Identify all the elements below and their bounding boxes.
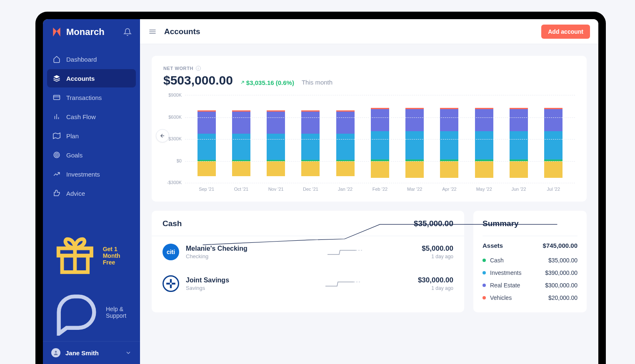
brand-name: Monarch xyxy=(66,27,105,37)
summary-value: $35,000.00 xyxy=(548,257,578,264)
brand[interactable]: Monarch xyxy=(51,27,105,37)
account-balance: $30,000.00 xyxy=(418,276,453,284)
cash-total: $35,000.00 xyxy=(414,219,453,228)
promo-label: Get 1 Month Free xyxy=(103,246,130,266)
summary-row: Cash$35,000.00 xyxy=(482,254,578,267)
account-updated: 1 day ago xyxy=(422,254,453,259)
account-balance: $5,000.00 xyxy=(422,244,453,253)
summary-label: Cash xyxy=(490,257,504,264)
x-tick: Jul '22 xyxy=(544,187,562,192)
nav-item-transactions[interactable]: Transactions xyxy=(47,88,136,107)
chart-plot xyxy=(185,95,575,182)
topbar: Accounts Add account xyxy=(140,19,598,44)
layers-icon xyxy=(53,75,60,82)
x-tick: Apr '22 xyxy=(440,187,458,192)
y-tick: $900K xyxy=(168,92,182,97)
monarch-logo-icon xyxy=(51,27,62,37)
legend-dot-icon xyxy=(482,284,486,287)
chase-logo-icon xyxy=(162,275,179,292)
legend-dot-icon xyxy=(482,259,486,262)
account-updated: 1 day ago xyxy=(418,285,453,291)
account-name: Joint Savings xyxy=(186,277,269,284)
cash-card: Cash $35,000.00 citiMelanie's CheckingCh… xyxy=(152,211,464,312)
nav-label: Cash Flow xyxy=(66,113,96,120)
summary-row: Vehicles$20,000.00 xyxy=(482,292,578,304)
gift-icon xyxy=(53,234,97,278)
summary-title: Summary xyxy=(482,219,578,236)
summary-row: Investments$390,000.00 xyxy=(482,267,578,279)
promo-link[interactable]: Get 1 Month Free xyxy=(47,228,136,283)
svg-rect-19 xyxy=(172,283,175,284)
nav-label: Plan xyxy=(66,132,79,140)
nav-item-plan[interactable]: Plan xyxy=(47,127,136,145)
nav-item-dashboard[interactable]: Dashboard xyxy=(47,50,136,68)
account-name: Melanie's Checking xyxy=(186,245,269,252)
trending-up-icon xyxy=(53,170,60,178)
nav-item-accounts[interactable]: Accounts xyxy=(47,69,136,87)
notifications-icon[interactable] xyxy=(123,28,132,36)
svg-rect-20 xyxy=(170,284,172,288)
svg-marker-5 xyxy=(53,133,60,139)
summary-label: Real Estate xyxy=(490,282,520,289)
net-worth-period: This month xyxy=(302,79,332,86)
nav-label: Dashboard xyxy=(66,56,97,63)
net-worth-label: NET WORTH i xyxy=(163,66,575,71)
svg-line-16 xyxy=(241,81,244,84)
x-tick: Oct '21 xyxy=(232,187,250,192)
net-worth-chart: $900K$600K$300K$0-$300K Sep '21Oct '21No… xyxy=(163,95,575,192)
nav-label: Investments xyxy=(66,171,100,178)
sparkline xyxy=(276,246,415,258)
sparkline xyxy=(276,277,411,290)
svg-point-12 xyxy=(55,351,57,353)
x-tick: Jan '22 xyxy=(336,187,355,192)
account-row[interactable]: citiMelanie's CheckingChecking$5,000.001… xyxy=(152,236,464,268)
assets-label: Assets xyxy=(482,242,503,249)
chat-icon xyxy=(53,289,100,336)
svg-rect-21 xyxy=(166,283,170,284)
user-name: Jane Smith xyxy=(65,349,99,357)
nav-label: Transactions xyxy=(66,94,102,101)
card-icon xyxy=(53,94,60,101)
summary-value: $20,000.00 xyxy=(548,294,578,301)
chevron-down-icon xyxy=(125,349,132,356)
cash-title: Cash xyxy=(162,219,182,228)
nav-item-investments[interactable]: Investments xyxy=(47,165,136,183)
page-title: Accounts xyxy=(164,27,200,36)
help-link[interactable]: Help & Support xyxy=(47,283,136,341)
legend-dot-icon xyxy=(482,296,486,299)
help-label: Help & Support xyxy=(106,306,130,319)
user-menu[interactable]: Jane Smith xyxy=(43,341,140,364)
add-account-button[interactable]: Add account xyxy=(541,25,590,39)
assets-total: $745,000.00 xyxy=(543,242,578,249)
y-tick: $300K xyxy=(168,136,182,141)
nav-item-cashflow[interactable]: Cash Flow xyxy=(47,107,136,126)
x-tick: Nov '21 xyxy=(267,187,285,192)
summary-value: $390,000.00 xyxy=(545,269,578,276)
summary-value: $300,000.00 xyxy=(545,282,578,289)
y-tick: $0 xyxy=(177,158,182,163)
nav-item-advice[interactable]: Advice xyxy=(47,184,136,202)
legend-dot-icon xyxy=(482,271,486,274)
bar-chart-icon xyxy=(53,113,60,120)
summary-label: Vehicles xyxy=(490,294,512,301)
menu-icon[interactable] xyxy=(148,27,157,36)
account-subtype: Savings xyxy=(186,285,269,291)
net-worth-delta: $3,035.16 (0.6%) xyxy=(240,79,294,86)
nav-label: Goals xyxy=(66,152,82,159)
info-icon[interactable]: i xyxy=(196,66,201,71)
citi-logo-icon: citi xyxy=(162,244,179,260)
x-tick: Mar '22 xyxy=(405,187,424,192)
map-icon xyxy=(53,132,60,140)
thumbs-up-icon xyxy=(53,189,60,197)
x-tick: Dec '21 xyxy=(301,187,320,192)
account-row[interactable]: Joint SavingsSavings$30,000.001 day ago xyxy=(152,268,464,299)
x-tick: Jun '22 xyxy=(510,187,528,192)
summary-card: Summary Assets $745,000.00 Cash$35,000.0… xyxy=(473,211,587,312)
nav-item-goals[interactable]: Goals xyxy=(47,146,136,164)
x-axis: Sep '21Oct '21Nov '21Dec '21Jan '22Feb '… xyxy=(163,182,575,192)
summary-row: Real Estate$300,000.00 xyxy=(482,279,578,292)
x-tick: Sep '21 xyxy=(198,187,216,192)
svg-rect-0 xyxy=(54,95,60,100)
y-tick: -$300K xyxy=(167,180,182,185)
svg-rect-18 xyxy=(170,279,172,283)
